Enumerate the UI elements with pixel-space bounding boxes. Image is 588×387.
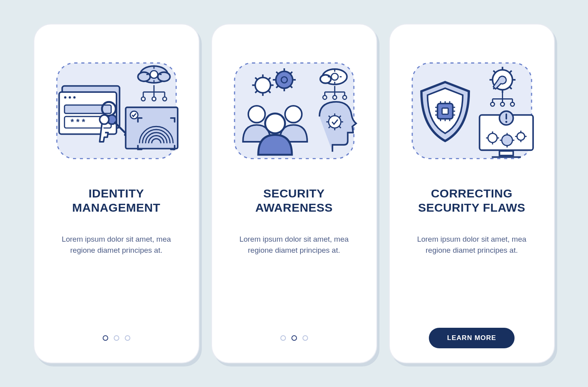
- svg-point-27: [320, 75, 331, 83]
- screen-body: Lorem ipsum dolor sit amet, mea regione …: [44, 234, 189, 255]
- svg-point-33: [323, 96, 327, 100]
- svg-point-2: [138, 72, 150, 81]
- screen-title: Security Awareness: [222, 186, 367, 215]
- dot-1[interactable]: [280, 335, 286, 341]
- svg-point-34: [342, 96, 346, 100]
- svg-point-79: [500, 102, 504, 106]
- page-indicator: [280, 335, 308, 341]
- dot-3[interactable]: [302, 335, 308, 341]
- learn-more-button[interactable]: LEARN MORE: [429, 328, 514, 348]
- svg-point-77: [490, 102, 494, 106]
- screen-title: Correcting Security Flaws: [399, 186, 545, 215]
- svg-point-55: [248, 106, 265, 123]
- svg-rect-95: [499, 151, 513, 156]
- onboarding-screen-2: Security Awareness Lorem ipsum dolor sit…: [211, 24, 377, 363]
- illustration-identity: * * *: [44, 34, 189, 176]
- title-line-1: Security: [263, 187, 325, 200]
- gear-wrench-icon: [489, 67, 515, 93]
- password-card-icon: * * *: [59, 86, 119, 134]
- svg-point-14: [64, 96, 66, 99]
- svg-point-3: [158, 72, 170, 81]
- title-line-1: Identity: [88, 187, 144, 200]
- svg-point-46: [281, 77, 287, 83]
- monitor-alert-icon: [479, 111, 533, 157]
- screen-footer: [44, 325, 189, 351]
- svg-rect-81: [442, 108, 448, 114]
- screen-footer: LEARN MORE: [399, 325, 545, 351]
- page-indicator: [103, 335, 130, 341]
- svg-point-56: [285, 106, 302, 123]
- svg-point-105: [502, 135, 512, 146]
- fingerprint-card-icon: [126, 107, 178, 150]
- svg-point-99: [505, 121, 507, 123]
- dot-2[interactable]: [114, 335, 119, 341]
- dot-3[interactable]: [125, 335, 130, 341]
- svg-point-36: [255, 77, 271, 93]
- svg-point-35: [333, 96, 336, 100]
- svg-rect-17: [64, 105, 111, 113]
- svg-text:* * *: * * *: [70, 117, 85, 127]
- onboarding-screen-1: * * *: [34, 24, 199, 363]
- onboarding-screen-3: Correcting Security Flaws Lorem ipsum do…: [389, 24, 555, 363]
- dot-1-active[interactable]: [103, 335, 108, 341]
- screen-title: Identity Management: [44, 186, 189, 215]
- svg-point-57: [265, 113, 285, 133]
- svg-point-78: [510, 102, 514, 106]
- svg-point-16: [73, 96, 75, 99]
- title-line-2: Management: [72, 201, 160, 214]
- svg-point-11: [152, 97, 156, 101]
- svg-point-4: [150, 71, 158, 78]
- illustration-awareness: [222, 34, 367, 176]
- svg-point-15: [68, 96, 71, 99]
- title-line-2: Awareness: [255, 201, 333, 214]
- svg-point-28: [331, 73, 338, 80]
- onboarding-stage: * * *: [34, 24, 555, 363]
- svg-point-22: [100, 115, 109, 124]
- screen-footer: [222, 325, 367, 351]
- dot-2-active[interactable]: [291, 335, 297, 341]
- title-line-2: Security Flaws: [418, 201, 525, 214]
- screen-body: Lorem ipsum dolor sit amet, mea regione …: [399, 234, 545, 255]
- screen-body: Lorem ipsum dolor sit amet, mea regione …: [222, 234, 367, 255]
- svg-point-10: [163, 97, 167, 101]
- illustration-flaws: [399, 34, 545, 176]
- title-line-1: Correcting: [431, 187, 513, 200]
- svg-point-9: [141, 97, 145, 101]
